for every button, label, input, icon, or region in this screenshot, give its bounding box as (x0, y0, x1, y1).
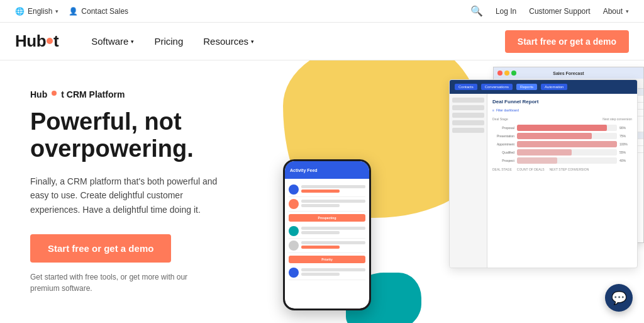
dash-content: Deal Funnel Report ≡ Filter dashboard De… (450, 94, 637, 268)
filter-icon: ≡ (492, 108, 494, 112)
utility-bar: 🌐 English ▾ 👤 Contact Sales 🔍 Log In Cus… (0, 0, 644, 23)
phone-line (301, 185, 365, 188)
nav-pricing[interactable]: Pricing (147, 31, 191, 52)
chevron-down-icon: ▾ (626, 8, 629, 14)
dash-tab-reports[interactable]: Reports (516, 84, 537, 90)
main-nav: Hubt Software ▾ Pricing Resources ▾ Star… (0, 23, 644, 60)
bar-row: Prospect 40% (492, 157, 632, 164)
filter-label: Filter dashboard (496, 108, 519, 112)
logo-text: Hubt (15, 31, 58, 51)
phone-line (301, 204, 340, 207)
bar-track (517, 125, 617, 131)
phone-line (301, 227, 365, 230)
hero-headline: Powerful, not overpowering. (30, 108, 239, 163)
bar-chart: Proposal 90% Presentation 75% Appointmen… (492, 125, 632, 164)
dash-tab-automation[interactable]: Automation (541, 84, 567, 90)
bar-pct: 75% (619, 134, 632, 138)
phone-line (301, 190, 340, 193)
software-label: Software (91, 36, 128, 47)
nav-resources[interactable]: Resources ▾ (196, 31, 262, 52)
chat-bubble[interactable]: 💬 (605, 284, 633, 312)
avatar (289, 199, 299, 209)
hero-cta-button[interactable]: Start free or get a demo (30, 234, 171, 263)
pricing-label: Pricing (154, 36, 183, 47)
customer-support-link[interactable]: Customer Support (529, 7, 590, 16)
bar-label: Appointment (492, 142, 514, 146)
bar-track (517, 141, 617, 147)
avatar (289, 268, 299, 278)
nav-software[interactable]: Software ▾ (84, 31, 142, 52)
bar-row: Proposal 90% (492, 125, 632, 131)
phone-row-1 (289, 183, 365, 197)
phone-line (301, 268, 365, 271)
hero-section: Hubt CRM Platform Powerful, not overpowe… (0, 60, 644, 323)
phone-body: Prospecting (285, 179, 369, 284)
dash-sidebar (450, 94, 487, 268)
avatar (289, 241, 299, 251)
language-selector[interactable]: 🌐 English ▾ (15, 7, 58, 16)
dash-title: Deal Funnel Report (492, 99, 632, 105)
globe-icon: 🌐 (15, 7, 25, 16)
bar-row: Presentation 75% (492, 133, 632, 139)
resources-label: Resources (203, 36, 248, 47)
dashboard-mockup: Contacts Conversations Reports Automatio… (449, 79, 638, 268)
nav-cta-button[interactable]: Start free or get a demo (505, 30, 629, 53)
phone-row-2 (289, 197, 365, 212)
phone-btn-2[interactable]: Priority (289, 256, 365, 263)
dash-tab-conversations[interactable]: Conversations (481, 84, 513, 90)
phone-header: Activity Feed (285, 161, 369, 179)
bar-track (517, 157, 617, 164)
phone-text-4 (301, 241, 365, 250)
phone-text-2 (301, 200, 365, 208)
bar-label: Presentation (492, 134, 514, 138)
phone-btn-text-2: Priority (321, 258, 333, 261)
phone-mockup: Activity Feed (283, 159, 371, 310)
language-label: English (28, 7, 52, 16)
dash-filter[interactable]: ≡ Filter dashboard (492, 108, 632, 112)
chevron-down-icon: ▾ (131, 38, 134, 45)
phone-btn-text: Prospecting (318, 216, 336, 220)
phone-text-3 (301, 227, 365, 235)
bar-pct: 40% (619, 159, 632, 162)
about-menu[interactable]: About ▾ (603, 7, 629, 16)
phone-text-1 (301, 185, 365, 194)
ss-title: Sales Forecast (553, 71, 584, 76)
sidebar-item (452, 105, 484, 110)
bar-pct: 55% (619, 150, 632, 154)
utility-left: 🌐 English ▾ 👤 Contact Sales (15, 7, 128, 16)
phone-text-5 (301, 268, 365, 277)
maximize-btn[interactable] (511, 71, 516, 76)
phone-line (301, 231, 340, 234)
phone-line (301, 246, 340, 249)
phone-header-text: Activity Feed (290, 168, 318, 173)
minimize-btn[interactable] (504, 71, 509, 76)
dash-topbar: Contacts Conversations Reports Automatio… (450, 80, 637, 94)
sidebar-item (452, 120, 484, 125)
dash-tab-contacts[interactable]: Contacts (455, 84, 477, 90)
ss-controls (497, 71, 516, 76)
logo[interactable]: Hubt (15, 31, 58, 51)
contact-sales-link[interactable]: 👤 Contact Sales (69, 7, 128, 16)
bar-label: Prospect (492, 159, 514, 162)
phone-line (301, 200, 365, 203)
phone-btn[interactable]: Prospecting (289, 214, 365, 222)
close-btn[interactable] (497, 71, 502, 76)
chat-icon: 💬 (611, 290, 627, 305)
phone-row-3 (289, 224, 365, 239)
hero-note: Get started with free tools, or get more… (30, 271, 194, 294)
phone-line (301, 241, 365, 244)
chevron-down-icon: ▾ (251, 38, 254, 45)
phone-row-5 (289, 266, 365, 280)
utility-right: 🔍 Log In Customer Support About ▾ (470, 5, 629, 17)
sidebar-item (452, 98, 484, 103)
bar-pct: 90% (619, 126, 632, 130)
bar-track (517, 149, 617, 156)
hero-right: Activity Feed (264, 60, 644, 323)
nav-links: Software ▾ Pricing Resources ▾ (84, 31, 505, 52)
person-icon: 👤 (69, 7, 78, 16)
phone-row-4 (289, 239, 365, 253)
login-link[interactable]: Log In (496, 7, 516, 16)
search-icon[interactable]: 🔍 (470, 5, 483, 17)
hero-left: Hubt CRM Platform Powerful, not overpowe… (0, 60, 264, 323)
avatar (289, 184, 299, 195)
